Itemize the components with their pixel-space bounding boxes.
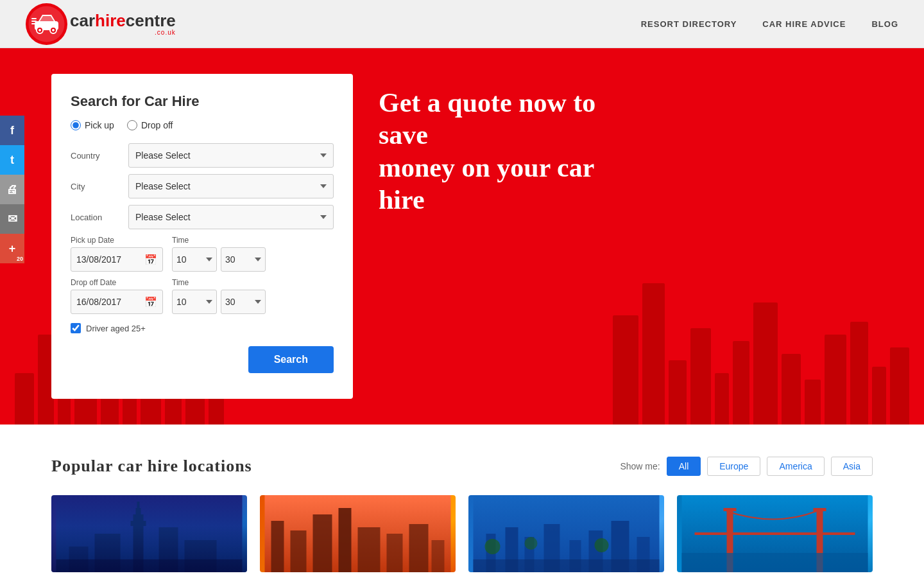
dropoff-hour-select[interactable]: 101112 [172, 290, 217, 314]
logo-name: carhirecentre .co.uk [70, 12, 176, 36]
pickup-date-section: Pick up Date 📅 [71, 236, 163, 272]
country-select[interactable]: Please Select [128, 143, 334, 168]
show-me-controls: Show me: All Europe America Asia [620, 457, 873, 476]
pickup-time-label: Time [172, 236, 334, 245]
facebook-button[interactable]: f [0, 116, 24, 145]
search-button[interactable]: Search [248, 346, 334, 373]
svg-rect-47 [814, 508, 826, 511]
show-me-label: Show me: [620, 461, 660, 471]
filter-asia-button[interactable]: Asia [831, 457, 873, 476]
svg-rect-27 [409, 524, 429, 572]
svg-rect-10 [56, 495, 243, 572]
pickup-time-section: Time 101112 30001545 [172, 236, 334, 272]
amsterdam-cityscape-svg [468, 495, 664, 572]
email-button[interactable]: ✉ [0, 204, 24, 234]
driver-age-row: Driver aged 25+ [71, 323, 334, 333]
dropoff-label: Drop off [141, 120, 173, 130]
popular-header: Popular car hire locations Show me: All … [51, 457, 873, 476]
header: carhirecentre .co.uk RESORT DIRECTORY CA… [0, 0, 924, 48]
facebook-icon: f [10, 124, 14, 137]
dropoff-datetime-row: Drop off Date 📅 Time 101112 30001545 [71, 278, 334, 314]
social-sidebar: f t 🖨 ✉ + 20 [0, 116, 24, 263]
newyork-cityscape-svg [260, 495, 456, 572]
location-select[interactable]: Please Select [128, 205, 334, 229]
email-icon: ✉ [8, 212, 17, 226]
pickup-hour-select[interactable]: 101112 [172, 247, 217, 272]
pickup-radio[interactable] [71, 120, 81, 130]
city-bar [805, 380, 821, 425]
nav-car-hire-advice[interactable]: CAR HIRE ADVICE [762, 19, 846, 29]
svg-point-5 [38, 29, 41, 31]
svg-rect-16 [159, 527, 178, 572]
svg-rect-17 [185, 540, 217, 572]
svg-rect-18 [69, 547, 89, 572]
svg-point-39 [485, 539, 501, 554]
city-label: City [71, 182, 128, 191]
city-bar [782, 354, 801, 425]
hero-section: Search for Car Hire Pick up Drop off Cou… [0, 48, 924, 425]
pickup-datetime-row: Pick up Date 📅 Time 101112 30001545 [71, 236, 334, 272]
city-bar [669, 360, 687, 425]
city-bar [715, 373, 729, 425]
dropoff-minute-select[interactable]: 30001545 [221, 290, 266, 314]
nav-resort-directory[interactable]: RESORT DIRECTORY [641, 19, 737, 29]
dropoff-date-section: Drop off Date 📅 [71, 278, 163, 314]
svg-point-41 [595, 538, 609, 552]
city-bar [872, 367, 886, 425]
svg-rect-48 [682, 553, 868, 572]
pickup-date-input[interactable] [76, 254, 141, 265]
city-bar [890, 347, 909, 425]
svg-rect-21 [271, 521, 284, 572]
print-button[interactable]: 🖨 [0, 175, 24, 204]
svg-rect-14 [137, 502, 140, 509]
plus-button[interactable]: + 20 [0, 234, 24, 263]
svg-point-6 [52, 29, 55, 31]
location-card-london[interactable] [51, 495, 247, 572]
city-bar [753, 302, 778, 425]
pickup-calendar-icon[interactable]: 📅 [144, 254, 157, 266]
dropoff-time-section: Time 101112 30001545 [172, 278, 334, 314]
main-nav: RESORT DIRECTORY CAR HIRE ADVICE BLOG [641, 19, 898, 29]
nav-blog[interactable]: BLOG [871, 19, 898, 29]
driver-age-checkbox[interactable] [71, 323, 81, 333]
city-bar [850, 322, 868, 425]
svg-rect-45 [724, 508, 737, 511]
twitter-icon: t [10, 153, 14, 167]
svg-rect-13 [136, 508, 141, 517]
svg-rect-28 [432, 540, 445, 572]
pickup-radio-label[interactable]: Pick up [71, 120, 114, 130]
filter-all-button[interactable]: All [667, 457, 701, 476]
dropoff-date-input[interactable] [76, 297, 141, 307]
dropoff-radio[interactable] [127, 120, 137, 130]
filter-europe-button[interactable]: Europe [707, 457, 760, 476]
london-cityscape-svg [51, 495, 247, 572]
location-card-amsterdam[interactable] [468, 495, 664, 572]
filter-america-button[interactable]: America [767, 457, 824, 476]
pickup-minute-select[interactable]: 30001545 [221, 247, 266, 272]
dropoff-radio-label[interactable]: Drop off [127, 120, 173, 130]
country-row: Country Please Select [71, 143, 334, 168]
location-cards [51, 495, 873, 572]
dropoff-time-label: Time [172, 278, 334, 287]
dropoff-calendar-icon[interactable]: 📅 [144, 296, 157, 308]
location-row: Location Please Select [71, 205, 334, 229]
pickup-date-label: Pick up Date [71, 236, 163, 245]
driver-age-label[interactable]: Driver aged 25+ [86, 324, 146, 333]
city-bar [733, 341, 749, 425]
svg-rect-26 [387, 534, 403, 572]
twitter-button[interactable]: t [0, 145, 24, 175]
svg-rect-19 [56, 559, 243, 572]
sanfrancisco-cityscape-svg [677, 495, 873, 572]
popular-title: Popular car hire locations [51, 457, 252, 476]
location-card-newyork[interactable] [260, 495, 456, 572]
logo[interactable]: carhirecentre .co.uk [26, 3, 176, 45]
svg-rect-24 [339, 508, 352, 572]
dropoff-date-input-wrap: 📅 [71, 290, 163, 314]
pickup-date-input-wrap: 📅 [71, 247, 163, 272]
svg-point-40 [525, 537, 538, 550]
svg-rect-15 [95, 534, 121, 572]
city-select[interactable]: Please Select [128, 174, 334, 198]
svg-rect-22 [291, 530, 307, 572]
dropoff-time-selects: 101112 30001545 [172, 290, 334, 314]
location-card-sanfrancisco[interactable] [677, 495, 873, 572]
